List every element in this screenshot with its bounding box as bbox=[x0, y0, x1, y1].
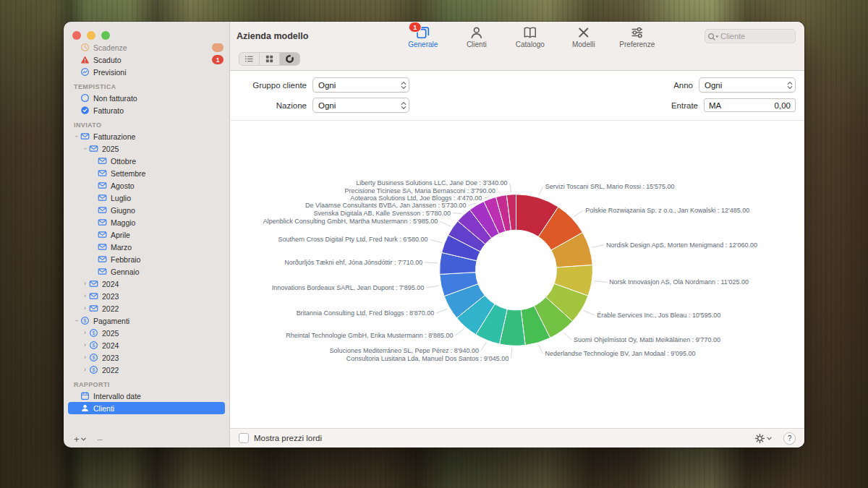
app-window: ScadenzeScaduto1PrevisioniTEMPISTICANon … bbox=[64, 22, 804, 448]
view-mode-grid[interactable] bbox=[259, 53, 279, 65]
chart-callout-line bbox=[584, 310, 595, 315]
customer-group-select[interactable]: Ogni bbox=[312, 77, 409, 93]
envelope-icon bbox=[98, 156, 107, 166]
sidebar-item-label: Previsioni bbox=[93, 68, 127, 77]
sidebar-item-label: Pagamenti bbox=[93, 317, 129, 325]
help-button[interactable]: ? bbox=[783, 432, 796, 445]
sidebar-item-label: Agosto bbox=[111, 181, 135, 190]
nation-select[interactable]: Ogni bbox=[312, 98, 409, 113]
general-icon: 1 bbox=[416, 25, 430, 40]
disclosure-expanded-icon[interactable]: › bbox=[82, 145, 88, 153]
view-mode-list[interactable] bbox=[239, 53, 259, 65]
sidebar-item-2022[interactable]: ›2022 bbox=[68, 364, 225, 376]
chart-label: Servizi Toscani SRL, Mario Rossi : 15'57… bbox=[545, 183, 675, 190]
sidebar-item-2024[interactable]: ›2024 bbox=[68, 278, 225, 290]
year-select[interactable]: Ogni bbox=[699, 77, 796, 93]
sidebar-item-intervallo-date[interactable]: Intervallo date bbox=[68, 390, 225, 402]
sidebar-item-previsioni[interactable]: Previsioni bbox=[68, 66, 225, 78]
sidebar-item-maggio[interactable]: Maggio bbox=[68, 216, 225, 228]
preferences-icon bbox=[630, 25, 644, 40]
disclosure-collapsed-icon[interactable]: › bbox=[81, 293, 89, 299]
gross-prices-label: Mostra prezzi lordi bbox=[254, 434, 322, 442]
chart-label: Aotearoa Solutions Ltd, Joe Bloggs : 4'4… bbox=[350, 194, 482, 202]
sidebar-item-2023[interactable]: ›2023 bbox=[68, 351, 225, 364]
sidebar-item-label: Settembre bbox=[111, 169, 145, 178]
disclosure-collapsed-icon[interactable]: › bbox=[81, 330, 89, 336]
popup-arrows-icon bbox=[785, 80, 795, 91]
chart-label: Consultoria Lusitana Lda, Manuel Dos San… bbox=[346, 355, 509, 362]
search-field[interactable] bbox=[705, 29, 796, 43]
close-window-button[interactable] bbox=[72, 31, 81, 40]
sidebar-item-luglio[interactable]: Luglio bbox=[68, 192, 225, 204]
zoom-window-button[interactable] bbox=[101, 31, 110, 40]
action-menu-button[interactable] bbox=[754, 433, 772, 444]
envelope-icon bbox=[89, 304, 98, 313]
sidebar-item-marzo[interactable]: Marzo bbox=[68, 241, 225, 253]
disclosure-collapsed-icon[interactable]: › bbox=[81, 354, 89, 361]
tab-clienti[interactable]: Clienti bbox=[455, 25, 498, 48]
chart-callout-line bbox=[511, 348, 512, 358]
tab-preferenze[interactable]: Preferenze bbox=[616, 25, 659, 48]
chart-callout-line bbox=[469, 203, 476, 205]
remove-button[interactable]: – bbox=[98, 434, 103, 445]
envelope-icon bbox=[98, 267, 107, 276]
chart-label: Norðurljós Tækni ehf, Jóna Jónsdóttir : … bbox=[284, 259, 422, 266]
disclosure-expanded-icon[interactable]: › bbox=[73, 317, 80, 325]
sidebar-item-non-fatturato[interactable]: Non fatturato bbox=[68, 92, 225, 104]
chart-callout-line bbox=[426, 286, 439, 288]
disclosure-collapsed-icon[interactable]: › bbox=[81, 342, 89, 348]
gross-prices-checkbox[interactable] bbox=[239, 433, 249, 443]
search-input[interactable] bbox=[719, 31, 793, 41]
sidebar-item-pagamenti[interactable]: ›Pagamenti bbox=[68, 314, 225, 327]
minimize-window-button[interactable] bbox=[87, 31, 95, 40]
sidebar-item-settembre[interactable]: Settembre bbox=[68, 167, 225, 179]
chart-callout-line bbox=[440, 221, 451, 226]
tab-modelli[interactable]: Modelli bbox=[562, 25, 605, 48]
customer-group-label: Gruppo cliente bbox=[240, 81, 307, 90]
sidebar: ScadenzeScaduto1PrevisioniTEMPISTICANon … bbox=[64, 22, 230, 448]
tab-catalogo[interactable]: Catalogo bbox=[509, 25, 552, 48]
sidebar-item-febbraio[interactable]: Febbraio bbox=[68, 253, 225, 265]
sidebar-item-gennaio[interactable]: Gennaio bbox=[68, 265, 225, 278]
sidebar-item-scaduto[interactable]: Scaduto1 bbox=[68, 53, 225, 66]
sidebar-item-2022[interactable]: ›2022 bbox=[68, 302, 225, 314]
disclosure-collapsed-icon[interactable]: › bbox=[81, 305, 89, 312]
revenue-field[interactable]: MA 0,00 bbox=[704, 98, 796, 112]
clock-icon bbox=[80, 43, 90, 52]
window-controls bbox=[64, 22, 229, 43]
sidebar-item-aprile[interactable]: Aprile bbox=[68, 228, 225, 241]
chevron-down-icon bbox=[767, 436, 772, 441]
chart-callout-line bbox=[425, 262, 438, 263]
sidebar-item-giugno[interactable]: Giugno bbox=[68, 204, 225, 216]
revenue-label: Entrate bbox=[671, 101, 698, 110]
gear-icon bbox=[754, 433, 765, 444]
sidebar-item-2023[interactable]: ›2023 bbox=[68, 290, 225, 302]
sidebar-item-label: 2024 bbox=[102, 280, 119, 288]
main-content: Azienda modello 1GeneraleClientiCatalogo… bbox=[230, 22, 804, 448]
sidebar-item-2025[interactable]: ›2025 bbox=[68, 327, 225, 339]
view-mode-chart[interactable] bbox=[279, 53, 299, 65]
sidebar-item-agosto[interactable]: Agosto bbox=[68, 179, 225, 192]
sidebar-item-2025[interactable]: ›2025 bbox=[68, 142, 225, 155]
view-switcher bbox=[239, 52, 300, 66]
sidebar-item-clienti[interactable]: Clienti bbox=[68, 402, 225, 414]
sidebar-item-label: Fatturato bbox=[93, 106, 124, 115]
filter-row: Nazione Ogni Entrate MA 0,00 bbox=[240, 98, 796, 113]
chart-callout-line bbox=[539, 345, 543, 354]
chart-callout-line bbox=[574, 210, 583, 217]
chart-callout-line bbox=[594, 281, 607, 283]
nation-value: Ogni bbox=[318, 101, 336, 110]
disclosure-collapsed-icon[interactable]: › bbox=[81, 367, 89, 373]
sidebar-item-ottobre[interactable]: Ottobre bbox=[68, 155, 225, 167]
sidebar-item-fatturazione[interactable]: ›Fatturazione bbox=[68, 130, 225, 142]
tab-generale[interactable]: 1Generale bbox=[401, 25, 445, 48]
sidebar-item-label: Marzo bbox=[111, 243, 132, 252]
add-button[interactable]: + bbox=[74, 434, 86, 445]
envelope-icon bbox=[98, 254, 107, 264]
disclosure-collapsed-icon[interactable]: › bbox=[81, 281, 89, 287]
sidebar-item-scadenze[interactable]: Scadenze bbox=[68, 43, 225, 53]
disclosure-expanded-icon[interactable]: › bbox=[73, 132, 80, 140]
sidebar-item-fatturato[interactable]: Fatturato bbox=[68, 104, 225, 116]
sidebar-item-2024[interactable]: ›2024 bbox=[68, 339, 225, 351]
sidebar-item-label: 2025 bbox=[102, 329, 119, 338]
